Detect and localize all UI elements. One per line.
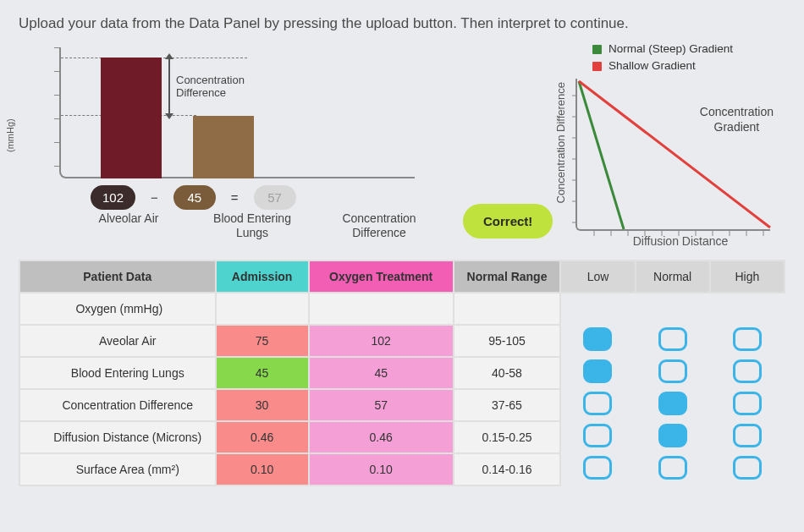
cell-oxygen-treatment: 0.10: [309, 453, 454, 485]
checkbox-high[interactable]: [733, 327, 762, 351]
header-normal: Normal: [636, 261, 710, 293]
row-label: Blood Entering Lungs: [19, 357, 216, 389]
checkbox-high[interactable]: [733, 456, 762, 480]
legend-swatch-red-icon: [592, 62, 602, 71]
upper-charts-row: Oxygen Concentration (mmHg) Concentratio…: [19, 39, 785, 248]
bar-category-labels: Alveolar Air Blood Entering Lungs Concen…: [86, 211, 425, 240]
line-chart-xlabel: Diffusion Distance: [575, 234, 785, 248]
header-patient-data: Patient Data: [19, 261, 216, 293]
checkbox-normal[interactable]: [658, 456, 687, 480]
cell-oxygen-treatment: 57: [309, 389, 454, 421]
line-chart-ylabel: Concentration Difference: [554, 81, 567, 203]
cell-normal-range: 0.14-0.16: [454, 453, 561, 485]
equals-sign: =: [231, 190, 239, 205]
cell-oxygen-treatment: 0.46: [309, 421, 454, 453]
checkbox-high[interactable]: [733, 392, 762, 415]
cell-normal-range: 37-65: [454, 389, 561, 421]
header-low: Low: [560, 261, 635, 293]
cell-admission: 30: [216, 389, 309, 421]
bar-chart: Oxygen Concentration (mmHg) Concentratio…: [19, 39, 531, 238]
header-normal-range: Normal Range: [454, 261, 561, 293]
checkbox-low[interactable]: [583, 456, 612, 480]
equation-row: 102 − 45 = 57: [91, 185, 296, 210]
line-chart-axes: Concentration Difference: [575, 79, 770, 231]
checkbox-low[interactable]: [583, 392, 612, 415]
cell-admission: 0.46: [216, 421, 309, 453]
cell-admission: 45: [216, 357, 309, 389]
legend-normal-steep: Normal (Steep) Gradient: [592, 41, 785, 58]
cell-normal-range: 95-105: [454, 325, 561, 357]
checkbox-high[interactable]: [733, 424, 762, 447]
correct-badge: Correct!: [463, 204, 553, 239]
checkbox-low[interactable]: [583, 327, 612, 351]
table-section-header-row: Oxygen (mmHg): [19, 293, 785, 325]
patient-data-table: Patient Data Admission Oxygen Treatment …: [19, 260, 785, 486]
cell-admission: 0.10: [216, 453, 309, 485]
alveolar-air-value[interactable]: 102: [91, 185, 135, 210]
line-chart: Normal (Steep) Gradient Shallow Gradient…: [548, 39, 785, 248]
label-concentration-difference: Concentration Difference: [333, 211, 425, 240]
minus-sign: −: [151, 190, 158, 205]
checkbox-low[interactable]: [583, 424, 612, 447]
table-row: Concentration Difference305737-65: [19, 389, 785, 421]
row-label: Diffusion Distance (Microns): [19, 421, 216, 453]
bar-chart-yunit: (mmHg): [5, 118, 15, 152]
line-chart-legend: Normal (Steep) Gradient Shallow Gradient: [592, 41, 785, 75]
label-blood-entering-lungs: Blood Entering Lungs: [205, 211, 300, 240]
checkbox-high[interactable]: [733, 359, 762, 383]
concentration-difference-annotation: Concentration Difference: [176, 74, 261, 100]
table-row: Aveolar Air7510295-105: [19, 325, 785, 357]
instruction-text: Upload your data from the Data Panel by …: [19, 15, 785, 32]
bar-blood-entering-lungs: [193, 116, 254, 178]
checkbox-normal[interactable]: [658, 327, 687, 351]
section-header-oxygen: Oxygen (mmHg): [19, 293, 216, 325]
legend-swatch-green-icon: [592, 45, 602, 54]
checkbox-low[interactable]: [583, 359, 612, 383]
header-oxygen-treatment[interactable]: Oxygen Treatment: [309, 261, 454, 293]
table-row: Surface Area (mm²)0.100.100.14-0.16: [19, 453, 785, 485]
table-row: Blood Entering Lungs454540-58: [19, 357, 785, 389]
cell-admission: 75: [216, 325, 309, 357]
line-shallow: [579, 81, 770, 228]
cell-oxygen-treatment: 102: [309, 325, 454, 357]
label-alveolar-air: Alveolar Air: [86, 211, 171, 240]
header-high: High: [710, 261, 785, 293]
concentration-difference-result[interactable]: 57: [254, 185, 296, 210]
cell-normal-range: 40-58: [454, 357, 561, 389]
concentration-difference-arrow-icon: [168, 58, 170, 115]
row-label: Concentration Difference: [19, 389, 216, 421]
cell-normal-range: 0.15-0.25: [454, 421, 561, 453]
header-admission[interactable]: Admission: [216, 261, 309, 293]
checkbox-normal[interactable]: [658, 359, 687, 383]
row-label: Surface Area (mm²): [19, 453, 216, 485]
row-label: Aveolar Air: [19, 325, 216, 357]
checkbox-normal[interactable]: [658, 424, 687, 447]
legend-shallow: Shallow Gradient: [592, 58, 785, 74]
table-row: Diffusion Distance (Microns)0.460.460.15…: [19, 421, 785, 453]
bar-alveolar-air: [101, 58, 162, 178]
line-normal-steep: [579, 81, 624, 229]
blood-entering-value[interactable]: 45: [173, 185, 216, 210]
checkbox-normal[interactable]: [658, 392, 687, 415]
cell-oxygen-treatment: 45: [309, 357, 454, 389]
